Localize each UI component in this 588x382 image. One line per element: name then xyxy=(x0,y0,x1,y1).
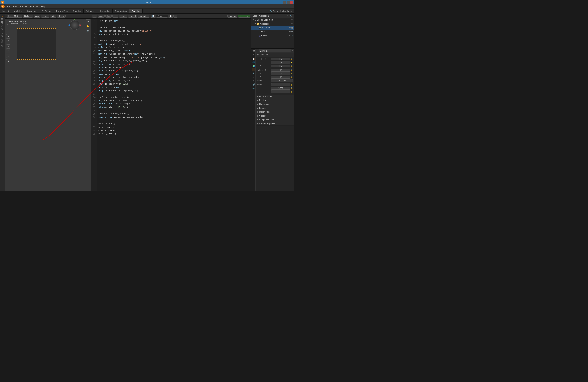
transform-tool[interactable]: ⊞ xyxy=(6,59,10,64)
scale-y-val[interactable]: 1.000 xyxy=(271,87,290,90)
tab-add-button[interactable]: + xyxy=(143,9,147,13)
script-save-btn[interactable]: 💾 xyxy=(168,15,173,18)
script-format-btn[interactable]: Format xyxy=(128,15,137,18)
tree-collection[interactable]: ▼ 📁 Collection 👁 xyxy=(252,22,294,26)
props-particles-icon[interactable]: ✦ xyxy=(252,75,255,79)
tab-rendering[interactable]: Rendering xyxy=(98,9,113,13)
script-type-btn[interactable]: ≡▾ xyxy=(92,15,97,18)
location-y-row: Y 0 m 🔒 xyxy=(257,61,293,64)
rotation-y-val[interactable]: 0° xyxy=(271,72,290,75)
props-scene-icon[interactable]: 🌐 xyxy=(252,61,255,64)
maximize-button[interactable]: □ xyxy=(287,0,290,4)
tree-plane[interactable]: △ Plane 👁 📷 xyxy=(252,33,294,37)
tab-compositing[interactable]: Compositing xyxy=(113,9,129,13)
menu-edit[interactable]: Edit xyxy=(12,5,18,8)
menu-help[interactable]: Help xyxy=(40,5,46,8)
cursor-tool[interactable]: ↖ xyxy=(6,34,10,39)
delta-transform-header[interactable]: Delta Transform xyxy=(256,95,294,98)
viewport-gizmo[interactable]: ⊙ xyxy=(70,20,82,32)
script-close-btn[interactable]: × xyxy=(173,15,177,18)
menu-window[interactable]: Window xyxy=(29,5,39,8)
menu-file[interactable]: File xyxy=(5,5,11,8)
close-button[interactable]: × xyxy=(290,0,293,4)
object-btn[interactable]: Object xyxy=(57,15,65,18)
tab-modeling[interactable]: Modeling xyxy=(11,9,25,13)
props-modifier-icon[interactable]: 🔧 xyxy=(252,72,255,75)
global-dropdown[interactable]: Global ▾ xyxy=(23,15,33,18)
transform-section-header[interactable]: Transform xyxy=(256,53,294,57)
blender-menu-icon[interactable]: B xyxy=(1,5,5,8)
register-btn[interactable]: Register xyxy=(228,15,237,18)
activity-step[interactable]: 步骤 xyxy=(0,25,5,29)
view-btn[interactable]: View xyxy=(34,15,41,18)
code-area[interactable]: "kw">import bpy "kw">def clear_scene(): … xyxy=(97,19,251,191)
props-data-icon[interactable]: 📷 xyxy=(252,86,255,90)
tab-shading[interactable]: Shading xyxy=(71,9,84,13)
select-btn[interactable]: Select xyxy=(41,15,49,18)
scale-x-val[interactable]: 1.000 xyxy=(271,83,290,86)
outliner-search[interactable]: 🔍 xyxy=(289,15,293,17)
select-tool[interactable]: ◻ xyxy=(6,39,10,43)
hand-btn[interactable]: ✋ xyxy=(86,24,90,28)
gizmo-center: ⊙ xyxy=(74,24,75,26)
tab-scripting[interactable]: Scripting xyxy=(129,9,143,13)
scale-tool[interactable]: ⤡ xyxy=(6,54,10,58)
script-edit-btn[interactable]: Edit xyxy=(112,15,118,18)
location-z-val[interactable]: 0 m xyxy=(271,64,290,67)
script-file-icon[interactable]: 📄 xyxy=(151,15,156,18)
obj-name-field[interactable]: Camera xyxy=(259,49,291,52)
props-constraints-icon[interactable]: 🔗 xyxy=(252,83,255,86)
script-view-btn[interactable]: View xyxy=(98,15,105,18)
custom-properties-header[interactable]: Custom Properties xyxy=(256,122,294,126)
camera-view-btn[interactable]: 📷 xyxy=(86,29,90,33)
camera-restrict-icon: 📷 xyxy=(291,27,293,29)
script-filename[interactable]: 2_py xyxy=(156,15,168,18)
instancing-header[interactable]: Instancing xyxy=(256,106,294,110)
relations-header[interactable]: Relations xyxy=(256,98,294,102)
activity-report[interactable]: 报告 xyxy=(0,36,5,40)
location-y-val[interactable]: 0 m xyxy=(271,61,290,64)
obj-filter-icon[interactable]: ▾ xyxy=(292,50,293,52)
script-text-btn[interactable]: Text xyxy=(105,15,112,18)
collections-header[interactable]: Collections xyxy=(256,102,294,106)
run-script-btn[interactable]: Run Script xyxy=(238,15,250,18)
activity-discuss[interactable]: 讨论 xyxy=(0,42,5,46)
tree-scene-collection[interactable]: ▼ ⊞ Scene Collection 👁 xyxy=(252,18,294,22)
tab-uv-editing[interactable]: UV Editing xyxy=(39,9,53,13)
props-view-layer-icon[interactable]: 📋 xyxy=(252,57,255,60)
tree-camera[interactable]: 📷 Camera 👁 📷 xyxy=(252,26,294,30)
tab-sculpting[interactable]: Sculpting xyxy=(25,9,39,13)
outliner-filter[interactable]: ≡ xyxy=(286,15,289,17)
object-mode-dropdown[interactable]: Object Mode ▾ xyxy=(7,15,22,18)
activity-section[interactable]: 章节 xyxy=(0,19,5,23)
move-tool[interactable]: ↔ xyxy=(6,44,10,49)
script-select-btn[interactable]: Select xyxy=(119,15,127,18)
rotation-z-val[interactable]: 0° xyxy=(271,76,290,79)
location-x-val[interactable]: 0 m xyxy=(271,58,290,61)
zoom-btn[interactable]: ⊕ xyxy=(86,20,90,24)
visibility-header[interactable]: Visibility xyxy=(256,114,294,118)
custom-props-label: Custom Properties xyxy=(259,123,275,125)
man-tree-icon: ▽ xyxy=(259,30,260,33)
rotate-tool[interactable]: ↻ xyxy=(6,49,10,53)
rotation-x-val[interactable]: 0° xyxy=(271,69,290,72)
props-world-icon[interactable]: 🌍 xyxy=(252,64,255,68)
props-render-icon[interactable]: 🎬 xyxy=(252,49,255,53)
minimize-button[interactable]: _ xyxy=(283,0,286,4)
script-templates-btn[interactable]: Templates xyxy=(138,15,149,18)
props-physics-icon[interactable]: ⊕ xyxy=(252,79,255,83)
props-object-icon[interactable]: □ xyxy=(252,68,255,71)
location-x-lock: 🔒 xyxy=(291,58,293,60)
viewport-display-header[interactable]: Viewport Display xyxy=(256,118,294,122)
tree-man[interactable]: ▽ man 👁 📷 xyxy=(252,30,294,33)
tab-animation[interactable]: Animation xyxy=(84,9,98,13)
scale-z-val[interactable]: 1.000 xyxy=(271,90,290,93)
tab-texture-paint[interactable]: Texture Paint xyxy=(53,9,71,13)
props-output-icon[interactable]: 🖨 xyxy=(252,53,255,57)
props-icon-bar: 🎬 🖨 📋 🌐 🌍 □ 🔧 ✦ ⊕ 🔗 📷 xyxy=(252,49,256,191)
menu-render[interactable]: Render xyxy=(19,5,28,8)
motion-paths-header[interactable]: Motion Paths xyxy=(256,110,294,114)
tab-layout[interactable]: Layout xyxy=(0,9,11,13)
add-btn[interactable]: Add xyxy=(50,15,56,18)
rotation-mode-val[interactable]: XYZ Euler xyxy=(271,79,293,82)
